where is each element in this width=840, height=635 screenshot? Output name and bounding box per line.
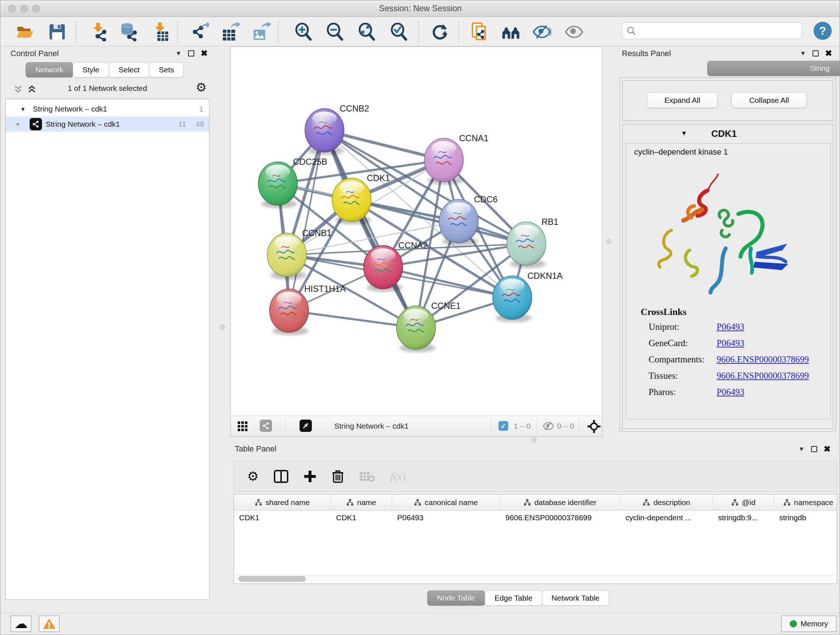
tab-sets[interactable]: Sets <box>149 62 184 78</box>
section-subtitle: cyclin–dependent kinase 1 <box>634 147 728 157</box>
column-header-database-identifier[interactable]: database identifier <box>500 494 621 510</box>
tab-network[interactable]: Network <box>26 62 73 78</box>
cloud-button[interactable]: ☁ <box>11 616 32 632</box>
home-icon[interactable] <box>502 22 521 41</box>
column-header-namespace[interactable]: namespace <box>774 494 837 510</box>
network-collection-row[interactable]: ▼ String Network – cdk1 1 <box>6 101 209 117</box>
results-panel-title: Results Panel <box>622 49 671 58</box>
network-node-RB1[interactable]: RB1 <box>507 217 559 268</box>
table-panel-float-icon[interactable] <box>811 446 817 452</box>
titlebar: Session: New Session <box>0 0 840 17</box>
node-count: 11 <box>178 120 186 128</box>
network-node-CDKN1A[interactable]: CDKN1A <box>493 271 562 322</box>
help-icon[interactable]: ? <box>813 22 832 40</box>
network-row-selected[interactable]: ● String Network – cdk1 11 48 <box>6 117 209 132</box>
refresh-icon[interactable] <box>431 22 449 41</box>
table-cell[interactable]: stringdb:9... <box>713 510 774 526</box>
table-panel-collapse-icon[interactable]: ▼ <box>798 446 805 453</box>
export-network-icon[interactable] <box>190 22 209 41</box>
table-row[interactable]: CDK1CDK1P064939606.ENSP00000378699cyclin… <box>234 510 837 526</box>
tab-select[interactable]: Select <box>109 62 149 78</box>
selected-checkbox-icon[interactable]: ✓ <box>499 421 508 431</box>
network-canvas[interactable]: CCNB2CCNA1CDC25BCDK1CDC6RB1CCNB1CCNA2CDK… <box>231 47 602 416</box>
network-node-CCNA1[interactable]: CCNA1 <box>424 133 488 185</box>
table-settings-gear-icon[interactable]: ⚙ <box>247 470 259 483</box>
network-share-icon[interactable] <box>260 420 272 432</box>
navbar-separator <box>579 418 579 434</box>
control-panel-float-icon[interactable] <box>188 50 194 57</box>
network-node-CDC25B[interactable]: CDC25B <box>258 157 327 208</box>
column-header-name[interactable]: name <box>331 494 392 510</box>
scrollbar-thumb[interactable] <box>238 576 306 582</box>
table-cell[interactable]: CDK1 <box>331 510 392 526</box>
duplicate-network-icon[interactable] <box>470 22 489 41</box>
collapse-all-button[interactable]: Collapse All <box>731 92 807 108</box>
eye-icon[interactable] <box>565 22 584 41</box>
tab-edge-table[interactable]: Edge Table <box>485 591 542 606</box>
column-tree-icon <box>347 499 354 506</box>
zoom-out-icon[interactable] <box>325 22 344 41</box>
grid-view-icon[interactable] <box>237 421 248 432</box>
network-node-CCNE1[interactable]: CCNE1 <box>396 301 461 352</box>
network-node-CDC6[interactable]: CDC6 <box>439 195 497 246</box>
network-selection-status: 1 of 1 Network selected <box>0 84 215 93</box>
network-node-HIST1H1A[interactable]: HIST1H1A <box>270 284 346 335</box>
import-database-icon[interactable] <box>119 22 138 41</box>
import-network-icon[interactable] <box>89 22 108 41</box>
table-cell[interactable]: 9606.ENSP00000378699 <box>500 510 621 526</box>
zoom-fit-icon[interactable] <box>357 22 376 41</box>
splitter-handle[interactable] <box>220 325 225 330</box>
edge-count: 48 <box>196 120 204 128</box>
create-column-plus-icon[interactable] <box>303 470 317 483</box>
results-panel-float-icon[interactable] <box>813 50 819 57</box>
crosslink-value-link[interactable]: 9606.ENSP00000378699 <box>717 355 809 364</box>
crosshair-icon[interactable] <box>587 420 600 433</box>
crosslink-value-link[interactable]: P06493 <box>717 322 744 332</box>
tab-network-table[interactable]: Network Table <box>542 591 609 606</box>
column-tree-icon <box>524 499 531 506</box>
table-cell[interactable]: CDK1 <box>234 510 331 526</box>
network-view-title: String Network – cdk1 <box>334 422 409 431</box>
network-node-CCNA2[interactable]: CCNA2 <box>363 241 428 292</box>
tab-string[interactable]: String <box>707 61 840 76</box>
control-panel-collapse-icon[interactable]: ▼ <box>175 50 182 57</box>
table-cell[interactable]: stringdb <box>774 510 837 526</box>
results-panel-collapse-icon[interactable]: ▼ <box>800 50 806 57</box>
import-table-icon[interactable] <box>152 22 171 41</box>
control-panel-close-icon[interactable]: ✖ <box>201 49 208 57</box>
network-options-gear-icon[interactable]: ⚙ <box>196 81 207 93</box>
delete-column-trash-icon[interactable] <box>332 470 344 483</box>
zoom-selected-icon[interactable] <box>390 22 409 41</box>
save-icon[interactable] <box>48 22 66 41</box>
memory-button[interactable]: Memory <box>781 616 837 632</box>
crosslink-value-link[interactable]: 9606.ENSP00000378699 <box>717 371 809 381</box>
eye-slash-icon[interactable] <box>532 22 551 41</box>
cloud-icon: ☁ <box>14 617 27 630</box>
column-header--id[interactable]: @id <box>713 494 774 510</box>
tab-style[interactable]: Style <box>73 62 109 78</box>
network-node-CCNB2[interactable]: CCNB2 <box>305 103 369 155</box>
table-panel-close-icon[interactable]: ✖ <box>824 445 831 453</box>
export-image-icon[interactable] <box>252 22 271 41</box>
column-header-description[interactable]: description <box>621 494 713 510</box>
export-table-icon[interactable] <box>221 22 240 41</box>
warning-button[interactable] <box>39 616 60 632</box>
column-header-canonical-name[interactable]: canonical name <box>392 494 500 510</box>
tab-node-table[interactable]: Node Table <box>427 591 485 606</box>
splitter-handle[interactable] <box>606 239 611 244</box>
table-cell[interactable]: P06493 <box>392 510 500 526</box>
open-icon[interactable] <box>16 22 34 41</box>
section-collapse-icon[interactable]: ▼ <box>681 130 687 137</box>
results-panel-close-icon[interactable]: ✖ <box>825 49 832 57</box>
tree-expander-icon[interactable]: ▼ <box>20 106 26 112</box>
column-header-shared-name[interactable]: shared name <box>234 494 331 510</box>
table-cell[interactable]: cyclin-dependent ... <box>621 510 713 526</box>
birdseye-view-icon[interactable] <box>300 420 312 432</box>
zoom-in-icon[interactable] <box>294 22 313 41</box>
crosslink-value-link[interactable]: P06493 <box>717 387 744 397</box>
search-input[interactable] <box>636 26 802 35</box>
column-tree-icon <box>414 499 421 506</box>
expand-all-button[interactable]: Expand All <box>647 92 718 108</box>
show-columns-icon[interactable] <box>274 470 288 483</box>
crosslink-value-link[interactable]: P06493 <box>717 338 744 348</box>
